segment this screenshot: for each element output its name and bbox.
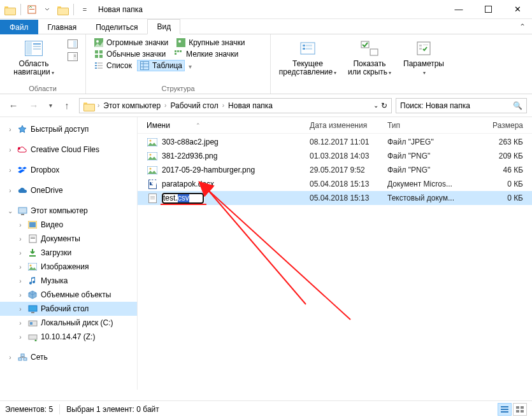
- svg-rect-19: [99, 50, 103, 53]
- qat-folder-icon[interactable]: [55, 3, 69, 17]
- address-row: ← → ▾ ↑ › Этот компьютер › Рабочий стол …: [0, 94, 532, 117]
- col-size[interactable]: Размера: [466, 121, 527, 130]
- svg-rect-66: [21, 354, 24, 357]
- layout-large[interactable]: Крупные значки: [173, 37, 247, 48]
- svg-point-57: [30, 265, 32, 267]
- svg-rect-23: [177, 50, 179, 52]
- col-type[interactable]: Тип: [387, 121, 466, 130]
- breadcrumb-item[interactable]: Новая папка: [226, 101, 275, 110]
- nav-downloads[interactable]: ›Загрузки: [0, 246, 137, 260]
- qat-customize-icon[interactable]: =: [78, 3, 92, 17]
- breadcrumb-item[interactable]: Рабочий стол: [168, 101, 220, 110]
- minimize-button[interactable]: —: [444, 0, 473, 19]
- svg-rect-58: [29, 306, 37, 311]
- nav-documents[interactable]: ›Документы: [0, 232, 137, 246]
- svg-rect-24: [180, 50, 182, 52]
- view-large-icons-button[interactable]: [513, 403, 527, 416]
- file-type-icon: [147, 193, 158, 203]
- file-name: 381-22d936.png: [162, 152, 217, 160]
- rename-input[interactable]: [162, 193, 204, 204]
- file-row[interactable]: 2017-05-29-hamburger.png29.05.2017 9:52Ф…: [138, 163, 532, 177]
- star-icon: [17, 124, 28, 134]
- svg-point-68: [150, 139, 152, 141]
- svg-rect-6: [33, 46, 41, 47]
- back-button[interactable]: ←: [5, 97, 22, 114]
- show-hide-button[interactable]: Показать или скрыть▾: [342, 37, 397, 78]
- nav-3d-objects[interactable]: ›Объемные объекты: [0, 288, 137, 302]
- layout-list[interactable]: Список: [91, 60, 134, 71]
- layout-table[interactable]: Таблица: [137, 60, 185, 71]
- window-title: Новая папка: [94, 5, 143, 14]
- nav-images[interactable]: ›Изображения: [0, 260, 137, 274]
- maximize-button[interactable]: [473, 0, 503, 19]
- column-headers: Имени⌃ Дата изменения Тип Размера: [138, 117, 532, 134]
- nav-disk-c[interactable]: ›Локальный диск (C:): [0, 316, 137, 330]
- svg-rect-29: [97, 65, 103, 66]
- current-view-button[interactable]: Текущее представление▾: [276, 37, 340, 78]
- nav-quick-access[interactable]: ›Быстрый доступ: [0, 122, 137, 136]
- nav-music[interactable]: ›Музыка: [0, 274, 137, 288]
- col-name[interactable]: Имени⌃: [147, 121, 310, 130]
- layout-small[interactable]: Мелкие значки: [171, 48, 241, 60]
- view-details-button[interactable]: [498, 403, 512, 416]
- svg-rect-21: [99, 55, 103, 58]
- disk-icon: [27, 318, 38, 328]
- tab-view[interactable]: Вид: [147, 19, 180, 34]
- svg-rect-84: [501, 411, 508, 413]
- chevron-right-icon[interactable]: ›: [164, 102, 166, 109]
- svg-point-17: [178, 40, 181, 43]
- nav-video[interactable]: ›Видео: [0, 218, 137, 232]
- refresh-icon[interactable]: ↻: [381, 101, 387, 110]
- search-icon[interactable]: 🔍: [513, 101, 522, 110]
- preview-pane-button[interactable]: [65, 38, 80, 50]
- file-type: Файл "JPEG": [387, 138, 466, 146]
- svg-point-70: [150, 153, 152, 155]
- chevron-right-icon[interactable]: ›: [97, 102, 99, 109]
- tab-share[interactable]: Поделиться: [86, 20, 147, 34]
- details-pane-button[interactable]: [65, 51, 80, 62]
- nav-this-pc[interactable]: ⌄Этот компьютер: [0, 204, 137, 218]
- nav-network[interactable]: ›Сеть: [0, 350, 137, 364]
- status-bar: Элементов: 5 Выбран 1 элемент: 0 байт: [0, 400, 532, 417]
- svg-rect-30: [95, 67, 97, 69]
- tab-file[interactable]: Файл: [0, 20, 38, 34]
- nav-desktop[interactable]: ›Рабочий стол: [0, 302, 137, 316]
- chevron-right-icon[interactable]: ›: [222, 102, 224, 109]
- address-bar[interactable]: › Этот компьютер › Рабочий стол › Новая …: [79, 98, 392, 113]
- file-size: 209 КБ: [466, 152, 527, 160]
- breadcrumb-item[interactable]: Этот компьютер: [101, 101, 163, 110]
- nav-onedrive[interactable]: ›OneDrive: [0, 183, 137, 197]
- onedrive-icon: [17, 185, 28, 195]
- recent-locations-icon[interactable]: ▾: [46, 97, 55, 114]
- svg-rect-51: [29, 222, 36, 227]
- nav-pane-icon: [24, 38, 44, 59]
- nav-dropbox[interactable]: ›Dropbox: [0, 163, 137, 177]
- qat-properties-icon[interactable]: [25, 3, 39, 17]
- svg-rect-79: [150, 199, 155, 199]
- col-date[interactable]: Дата изменения: [310, 121, 387, 130]
- sort-asc-icon: ⌃: [196, 122, 201, 129]
- layout-huge[interactable]: Огромные значки: [91, 37, 171, 48]
- tab-home[interactable]: Главная: [38, 20, 87, 34]
- file-row[interactable]: 381-22d936.png01.03.2018 14:03Файл "PNG"…: [138, 149, 532, 163]
- nav-pane-label: Область навигации▾: [13, 60, 54, 77]
- layout-normal[interactable]: Обычные значки: [91, 48, 168, 60]
- nav-disk-z[interactable]: ›10.10.14.47 (Z:): [0, 330, 137, 344]
- file-row[interactable]: 05.04.2018 15:13Текстовый докум...0 КБ: [138, 191, 532, 205]
- collapse-ribbon-icon[interactable]: ⌃: [513, 20, 532, 34]
- file-row[interactable]: Wparatapok.docx05.04.2018 15:13Документ …: [138, 177, 532, 191]
- options-button[interactable]: Параметры▾: [399, 37, 448, 78]
- forward-button[interactable]: →: [25, 97, 42, 114]
- address-dropdown-icon[interactable]: ⌄: [373, 102, 378, 109]
- search-input[interactable]: Поиск: Новая папка 🔍: [396, 98, 527, 113]
- table-icon: [140, 60, 150, 71]
- layout-overflow-icon[interactable]: ▾: [187, 62, 193, 71]
- nav-creative-cloud[interactable]: ›Creative Cloud Files: [0, 143, 137, 157]
- file-row[interactable]: 303-c88ac2.jpeg08.12.2017 11:01Файл "JPE…: [138, 135, 532, 149]
- svg-rect-44: [419, 45, 422, 46]
- close-button[interactable]: ✕: [503, 0, 532, 19]
- svg-rect-13: [74, 56, 76, 57]
- up-button[interactable]: ↑: [59, 97, 75, 114]
- nav-pane-button[interactable]: Область навигации▾: [5, 37, 62, 78]
- qat-dropdown-icon[interactable]: [40, 3, 54, 17]
